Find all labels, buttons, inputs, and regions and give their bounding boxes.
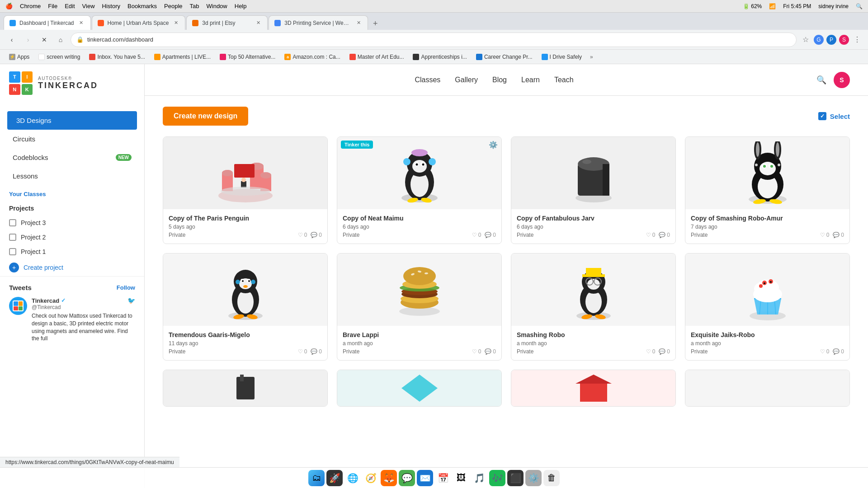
chrome-extension-3[interactable]: S [839,35,849,45]
chrome-extension-2[interactable]: P [826,35,836,45]
design-card-11[interactable] [511,370,676,407]
design-card-1[interactable]: Copy of The Paris Penguin 5 days ago Pri… [163,136,328,244]
dock-calendar[interactable]: 📅 [435,470,451,486]
tab-etsy[interactable]: 3d print | Etsy ✕ [186,15,268,30]
tinkercad-logo[interactable]: T I N K AUTODESK® TINKERCAD [9,71,135,95]
tinker-this-badge: Tinker this [341,141,373,149]
project-2-item[interactable]: Project 2 [0,230,144,244]
edit-menu[interactable]: Edit [65,3,75,9]
dock-messages[interactable]: 💬 [399,470,415,486]
nav-classes[interactable]: Classes [415,76,440,84]
apple-menu[interactable]: 🍎 [5,3,13,9]
svg-point-12 [241,178,246,182]
file-menu[interactable]: File [48,3,57,9]
nav-blog[interactable]: Blog [492,76,507,84]
bookmark-master[interactable]: Master of Art Edu... [346,52,408,62]
view-menu[interactable]: View [82,3,95,9]
dock-photos[interactable]: 🖼 [453,470,469,486]
design-card-9[interactable] [163,370,328,407]
tab-close-urban[interactable]: ✕ [172,19,179,27]
create-new-design-button[interactable]: Create new design [163,107,248,126]
tab-menu[interactable]: Tab [190,3,199,9]
tab-close-3dprint[interactable]: ✕ [355,19,362,27]
design-date-5: 11 days ago [169,340,322,347]
new-tab-button[interactable]: + [369,17,382,30]
sidebar-item-3ddesigns[interactable]: 3D Designs [7,111,137,130]
project-1-checkbox[interactable] [9,248,16,255]
dock-settings[interactable]: ⚙️ [525,470,542,486]
chrome-menu[interactable]: Chrome [20,3,41,9]
tab-3dprinting[interactable]: 3D Printing Service | Westerv... ✕ [269,15,368,30]
reload-button[interactable]: ✕ [38,33,51,46]
dock-finder[interactable]: 🗂 [308,470,325,486]
tab-close-tinkercad[interactable]: ✕ [78,19,85,27]
project-2-checkbox[interactable] [9,234,16,241]
sidebar-item-codeblocks[interactable]: Codeblocks NEW [4,148,141,167]
design-card-3[interactable]: Copy of Fantabulous Jarv 6 days ago Priv… [511,136,676,244]
people-menu[interactable]: People [164,3,182,9]
bookmark-inbox[interactable]: Inbox. You have 5... [85,52,148,62]
bookmarks-menu[interactable]: Bookmarks [127,3,157,9]
search-icon-nav[interactable]: 🔍 [816,75,826,85]
design-card-2[interactable]: Tinker this ⚙️ [337,136,502,244]
user-avatar[interactable]: S [834,72,850,88]
dock-mail[interactable]: ✉️ [417,470,433,486]
design-title-8: Exquisite Jaiks-Robo [691,331,844,338]
your-classes-section: Your Classes [0,185,144,201]
design-card-10[interactable] [337,370,502,407]
back-button[interactable]: ‹ [5,33,18,46]
project-3-checkbox[interactable] [9,219,16,226]
nav-gallery[interactable]: Gallery [455,76,478,84]
bookmark-apartments[interactable]: Apartments | LIVE... [151,52,214,62]
tweets-section: Tweets Follow [0,276,144,350]
project-3-item[interactable]: Project 3 [0,216,144,230]
select-button[interactable]: ✓ Select [818,112,850,120]
dock-terminal[interactable]: ⬛ [507,470,524,486]
dock-itunes[interactable]: 🎵 [471,470,487,486]
sidebar-item-circuits[interactable]: Circuits [4,130,141,148]
sidebar-item-lessons[interactable]: Lessons [4,167,141,185]
chrome-extension-1[interactable]: G [814,35,824,45]
bookmark-star[interactable]: ☆ [800,34,811,45]
bookmark-apprenticeships[interactable]: Apprenticeships i... [409,52,470,62]
dock-safari[interactable]: 🧭 [363,470,379,486]
bookmarks-overflow[interactable]: » [587,52,596,62]
bookmark-idrive[interactable]: I Drive Safely [538,52,585,62]
dock-spotify[interactable]: 🎶 [489,470,505,486]
bookmark-apps[interactable]: ⚡ Apps [5,52,33,62]
bookmark-amazon[interactable]: a Amazon.com : Ca... [281,52,344,62]
create-project-btn[interactable]: + Create project [0,259,144,276]
dock-firefox[interactable]: 🦊 [381,470,397,486]
tab-close-etsy[interactable]: ✕ [255,19,262,27]
nav-learn[interactable]: Learn [521,76,540,84]
dock-launchpad[interactable]: 🚀 [326,470,343,486]
gear-icon-card-2[interactable]: ⚙️ [489,141,498,149]
dock-chrome[interactable]: 🌐 [344,470,361,486]
forward-button[interactable]: › [22,33,34,46]
nav-teach[interactable]: Teach [554,76,574,84]
follow-button[interactable]: Follow [117,284,135,291]
design-card-8[interactable]: Exquisite Jaiks-Robo a month ago Private… [685,253,850,361]
svg-point-39 [756,142,760,157]
design-card-4[interactable]: Copy of Smashing Robo-Amur 7 days ago Pr… [685,136,850,244]
design-card-6[interactable]: Brave Lappi a month ago Private ♡ 0 💬 0 [337,253,502,361]
design-card-12[interactable] [685,370,850,407]
bookmark-screenwriting[interactable]: screen writing [35,52,84,62]
address-bar[interactable]: 🔒 tinkercad.com/dashboard [71,33,797,47]
chrome-menu-icon[interactable]: ⋮ [852,34,863,45]
svg-marker-104 [576,375,612,384]
home-button[interactable]: ⌂ [54,33,67,46]
bookmark-career[interactable]: Career Change Pr... [472,52,536,62]
search-icon[interactable]: 🔍 [856,3,863,9]
dock-trash[interactable]: 🗑 [543,470,560,486]
project-1-item[interactable]: Project 1 [0,244,144,259]
design-card-7[interactable]: Smashing Robo a month ago Private ♡ 0 💬 … [511,253,676,361]
tab-urban-arts[interactable]: Home | Urban Arts Space ✕ [92,15,186,30]
history-menu[interactable]: History [102,3,120,9]
design-card-5[interactable]: Tremendous Gaaris-Migelo 11 days ago Pri… [163,253,328,361]
bookmark-top50[interactable]: Top 50 Alternative... [216,52,279,62]
tab-tinkercad[interactable]: Dashboard | Tinkercad ✕ [4,15,91,30]
svg-rect-10 [234,164,255,178]
help-menu[interactable]: Help [235,3,247,9]
window-menu[interactable]: Window [207,3,227,9]
